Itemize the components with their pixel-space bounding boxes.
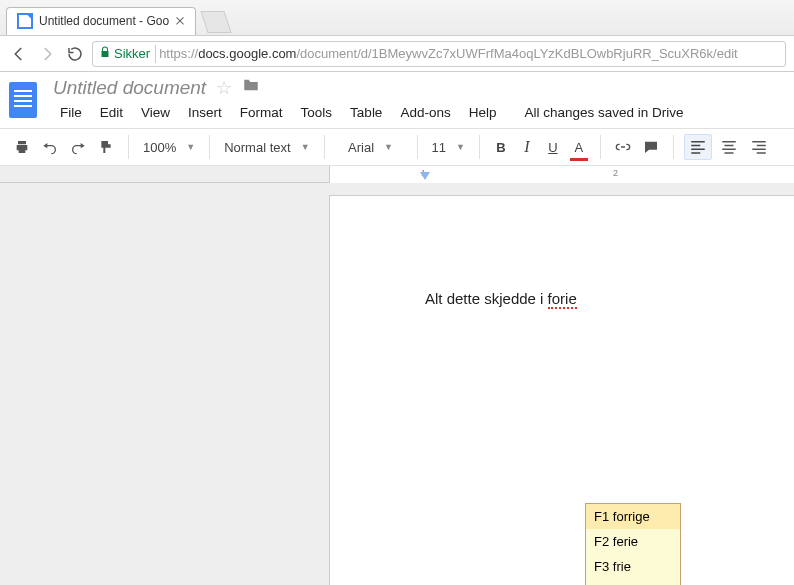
browser-chrome: Untitled document - Goo Sikker https:// … [0,0,794,72]
close-icon[interactable] [175,16,185,26]
menu-format[interactable]: Format [233,103,290,122]
menu-bar: File Edit View Insert Format Tools Table… [45,99,794,126]
separator [479,135,480,159]
document-page[interactable]: Alt dette skjedde i forie [329,195,794,585]
suggestion-2[interactable]: F2 ferie [586,529,680,554]
menu-addons[interactable]: Add-ons [393,103,457,122]
undo-button[interactable] [38,134,62,160]
separator [417,135,418,159]
align-center-button[interactable] [716,134,742,160]
document-title[interactable]: Untitled document [53,77,206,99]
browser-tab[interactable]: Untitled document - Goo [6,7,196,35]
back-button[interactable] [8,43,30,65]
spell-error-word[interactable]: forie [548,290,577,309]
menu-file[interactable]: File [53,103,89,122]
paint-format-button[interactable] [94,134,118,160]
separator [600,135,601,159]
reload-button[interactable] [64,43,86,65]
size-value: 11 [432,140,446,155]
url-path: /document/d/1BMeywvZc7xUWFrfMa4oqLYzKdBL… [296,46,737,61]
menu-insert[interactable]: Insert [181,103,229,122]
style-value: Normal text [224,140,290,155]
lock-icon [99,46,111,61]
menu-table[interactable]: Table [343,103,389,122]
separator [155,45,156,63]
font-value: Arial [348,140,374,155]
docs-header: Untitled document ☆ File Edit View Inser… [0,72,794,128]
bold-button[interactable]: B [490,134,512,160]
document-text[interactable]: Alt dette skjedde i forie [425,290,577,307]
align-left-button[interactable] [684,134,712,160]
text-color-button[interactable]: A [568,134,590,160]
indent-marker-icon[interactable] [420,172,430,180]
paragraph-style-dropdown[interactable]: Normal text▼ [220,134,313,160]
underline-button[interactable]: U [542,134,564,160]
forward-button[interactable] [36,43,58,65]
new-tab-button[interactable] [201,11,232,33]
docs-favicon-icon [17,13,33,29]
redo-button[interactable] [66,134,90,160]
text-content: Alt dette skjedde i [425,290,548,307]
font-dropdown[interactable]: Arial▼ [335,134,407,160]
url-host: docs.google.com [198,46,296,61]
print-button[interactable] [10,134,34,160]
separator [673,135,674,159]
suggestion-4[interactable]: F4 forme [586,579,680,585]
workspace: Alt dette skjedde i forie F1 forrige F2 … [0,183,794,585]
tabs-bar: Untitled document - Goo [0,0,794,36]
font-size-dropdown[interactable]: 11▼ [428,134,469,160]
menu-edit[interactable]: Edit [93,103,130,122]
tab-title: Untitled document - Goo [39,14,169,28]
menu-tools[interactable]: Tools [294,103,340,122]
separator [324,135,325,159]
docs-logo-icon[interactable] [0,72,45,128]
insert-comment-button[interactable] [639,134,663,160]
suggestion-1[interactable]: F1 forrige [586,504,680,529]
toolbar: 100%▼ Normal text▼ Arial▼ 11▼ B I U A [0,128,794,166]
url-field[interactable]: Sikker https:// docs.google.com /documen… [92,41,786,67]
folder-icon[interactable] [242,76,260,99]
security-label: Sikker [114,46,150,61]
address-bar: Sikker https:// docs.google.com /documen… [0,36,794,72]
save-status: All changes saved in Drive [517,103,690,122]
star-icon[interactable]: ☆ [216,77,232,99]
zoom-value: 100% [143,140,176,155]
suggestion-3[interactable]: F3 frie [586,554,680,579]
url-scheme: https:// [159,46,198,61]
italic-button[interactable]: I [516,134,538,160]
menu-help[interactable]: Help [462,103,504,122]
separator [128,135,129,159]
zoom-dropdown[interactable]: 100%▼ [139,134,199,160]
align-right-button[interactable] [746,134,772,160]
separator [209,135,210,159]
menu-view[interactable]: View [134,103,177,122]
ruler[interactable]: 1 2 3 [0,166,794,183]
insert-link-button[interactable] [611,134,635,160]
spellcheck-suggestions: F1 forrige F2 ferie F3 frie F4 forme F5 … [585,503,681,585]
